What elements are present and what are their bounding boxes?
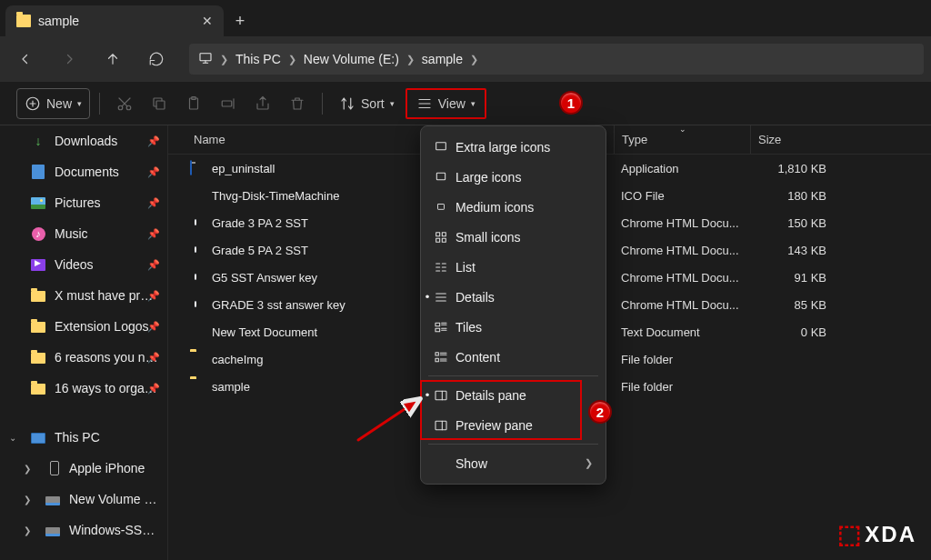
file-name: Grade 5 PA 2 SST xyxy=(212,244,308,257)
sidebar-item[interactable]: Documents📌 xyxy=(0,156,167,187)
menu-tiles[interactable]: Tiles xyxy=(421,312,606,342)
annotation-1: 1 xyxy=(559,91,583,115)
paste-button[interactable] xyxy=(178,88,209,119)
back-button[interactable] xyxy=(7,43,44,75)
menu-details-pane[interactable]: •Details pane xyxy=(421,380,606,410)
toolbar: New ▾ Sort ▾ View ▾ xyxy=(0,82,931,125)
folder-icon xyxy=(31,291,45,302)
menu-preview-pane[interactable]: Preview pane xyxy=(421,410,606,440)
nav-bar: ❯ This PC ❯ New Volume (E:) ❯ sample ❯ xyxy=(0,36,931,82)
column-size[interactable]: Size xyxy=(750,125,841,154)
chevron-right-icon[interactable]: ❯ xyxy=(220,54,228,65)
crumb-sample[interactable]: sample xyxy=(422,52,463,66)
tab-sample[interactable]: sample ✕ xyxy=(5,5,224,36)
menu-show[interactable]: Show❯ xyxy=(421,448,606,478)
file-type: Chrome HTML Docu... xyxy=(614,244,750,257)
svg-rect-16 xyxy=(435,328,440,331)
menu-small-icons[interactable]: Small icons xyxy=(421,222,606,252)
chevron-right-icon[interactable]: ❯ xyxy=(406,54,415,65)
sidebar-label: 6 reasons you need xyxy=(55,350,158,365)
share-button[interactable] xyxy=(247,88,278,119)
close-icon[interactable]: ✕ xyxy=(202,14,213,28)
sidebar-item[interactable]: X must have programs📌 xyxy=(0,280,167,311)
tiles-icon xyxy=(434,320,448,335)
menu-large-icons[interactable]: Large icons xyxy=(421,162,606,192)
copy-button[interactable] xyxy=(144,88,175,119)
column-type[interactable]: ⌄Type xyxy=(614,125,750,154)
chevron-right-icon[interactable]: ❯ xyxy=(288,54,296,65)
cut-button[interactable] xyxy=(109,88,140,119)
sort-label: Sort xyxy=(361,96,385,111)
sidebar-item[interactable]: ♪Music📌 xyxy=(0,218,167,249)
chevron-down-icon: ▾ xyxy=(390,99,395,108)
svg-rect-11 xyxy=(436,232,440,235)
view-button[interactable]: View ▾ xyxy=(405,88,486,119)
sidebar-label: Windows-SSD (D:) xyxy=(69,523,158,537)
sidebar-item[interactable]: ❯Apple iPhone xyxy=(0,453,167,484)
chevron-down-icon[interactable]: ⌄ xyxy=(9,433,16,443)
new-tab-button[interactable]: + xyxy=(224,5,256,36)
refresh-button[interactable] xyxy=(138,43,175,75)
svg-rect-8 xyxy=(436,142,446,149)
pc-icon xyxy=(31,433,45,444)
file-type: Text Document xyxy=(614,325,750,339)
view-menu: Extra large icons Large icons Medium ico… xyxy=(420,125,606,485)
sidebar-label: X must have programs xyxy=(55,288,158,303)
pin-icon: 📌 xyxy=(147,135,160,147)
menu-content[interactable]: Content xyxy=(421,342,606,372)
sidebar-item[interactable]: Extension Logos📌 xyxy=(0,311,167,342)
sidebar-item[interactable]: Videos📌 xyxy=(0,249,167,280)
crumb-this-pc[interactable]: This PC xyxy=(235,52,281,66)
folder-icon xyxy=(31,353,45,364)
document-icon xyxy=(32,165,45,179)
rename-button[interactable] xyxy=(213,88,244,119)
this-pc-label: This PC xyxy=(55,430,100,445)
file-name: sample xyxy=(212,380,250,394)
sidebar-item[interactable]: 6 reasons you need📌 xyxy=(0,342,167,373)
monitor-icon xyxy=(198,51,213,68)
up-button[interactable] xyxy=(95,43,131,75)
sort-button[interactable]: Sort ▾ xyxy=(332,88,402,119)
sidebar-label: Extension Logos xyxy=(55,319,149,334)
tab-bar: sample ✕ + xyxy=(0,0,931,36)
sidebar-item[interactable]: Pictures📌 xyxy=(0,187,167,218)
file-size: 150 KB xyxy=(750,216,832,230)
svg-rect-0 xyxy=(200,53,211,60)
folder-icon xyxy=(16,15,31,27)
menu-divider xyxy=(428,375,598,376)
new-label: New xyxy=(46,96,72,111)
chevron-right-icon[interactable]: ❯ xyxy=(24,525,31,535)
forward-button[interactable] xyxy=(51,43,87,75)
chevron-right-icon[interactable]: ❯ xyxy=(470,54,478,65)
sidebar-this-pc[interactable]: ⌄ This PC xyxy=(0,422,167,453)
sidebar-item[interactable]: ↓Downloads📌 xyxy=(0,125,167,156)
view-label: View xyxy=(438,96,466,111)
file-type: File folder xyxy=(614,353,750,366)
file-size: 143 KB xyxy=(750,244,832,257)
address-bar[interactable]: ❯ This PC ❯ New Volume (E:) ❯ sample ❯ xyxy=(189,44,924,75)
drive-icon xyxy=(45,496,60,505)
delete-button[interactable] xyxy=(282,88,313,119)
chevron-right-icon[interactable]: ❯ xyxy=(24,495,31,505)
pin-icon: 📌 xyxy=(147,352,160,364)
chevron-right-icon[interactable]: ❯ xyxy=(24,464,31,474)
sidebar-item[interactable]: ❯Windows-SSD (D:) xyxy=(0,515,167,545)
folder-icon xyxy=(31,384,45,395)
file-name: cacheImg xyxy=(212,353,263,366)
menu-extra-large-icons[interactable]: Extra large icons xyxy=(421,132,606,162)
xl-icons-icon xyxy=(434,140,448,155)
pin-icon: 📌 xyxy=(147,228,160,240)
menu-details[interactable]: •Details xyxy=(421,282,606,312)
sidebar-item[interactable]: 16 ways to organize📌 xyxy=(0,373,167,404)
svg-rect-4 xyxy=(156,101,165,109)
menu-list[interactable]: List xyxy=(421,252,606,282)
crumb-volume[interactable]: New Volume (E:) xyxy=(304,52,399,66)
svg-rect-12 xyxy=(442,232,445,235)
sidebar-label: Pictures xyxy=(55,195,101,210)
annotation-2: 2 xyxy=(588,400,612,424)
new-button[interactable]: New ▾ xyxy=(16,88,90,119)
menu-medium-icons[interactable]: Medium icons xyxy=(421,192,606,222)
sidebar-item[interactable]: ❯New Volume (C:) xyxy=(0,484,167,515)
file-size: 180 KB xyxy=(750,189,832,203)
pin-icon: 📌 xyxy=(147,383,160,395)
